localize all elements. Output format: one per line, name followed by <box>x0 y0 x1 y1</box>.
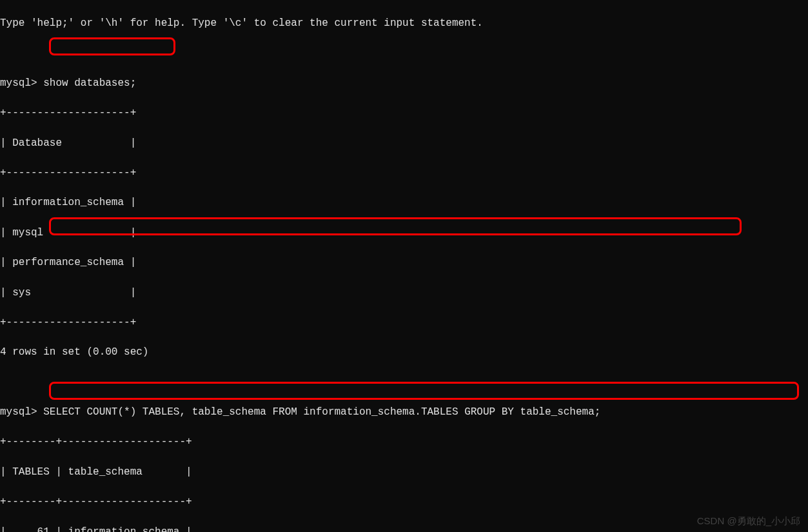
table-separator: +--------+--------------------+ <box>0 495 808 509</box>
table-row: | information_schema | <box>0 195 808 210</box>
command-1: show databases; <box>43 77 136 89</box>
table-separator: +--------------------+ <box>0 166 808 181</box>
table-row: | performance_schema | <box>0 255 808 270</box>
mysql-prompt: mysql> <box>0 77 37 89</box>
table-header: | Database | <box>0 136 808 151</box>
intro-text: Type 'help;' or '\h' for help. Type '\c'… <box>0 16 808 31</box>
mysql-prompt: mysql> <box>0 406 37 418</box>
result-footer: 4 rows in set (0.00 sec) <box>0 345 808 360</box>
prompt-line-2[interactable]: mysql> SELECT COUNT(*) TABLES, table_sch… <box>0 405 808 420</box>
table-separator: +--------+--------------------+ <box>0 435 808 449</box>
table-row: | 61 | information_schema | <box>0 525 808 532</box>
table-separator: +--------------------+ <box>0 315 808 330</box>
watermark-text: CSDN @勇敢的_小小邱 <box>697 514 800 528</box>
blank-line <box>0 46 808 61</box>
prompt-line-1[interactable]: mysql> show databases; <box>0 76 808 91</box>
table-row: | mysql | <box>0 226 808 241</box>
command-2: SELECT COUNT(*) TABLES, table_schema FRO… <box>43 406 600 418</box>
table-header: | TABLES | table_schema | <box>0 465 808 480</box>
terminal-output: Type 'help;' or '\h' for help. Type '\c'… <box>0 1 808 532</box>
table-row: | sys | <box>0 286 808 300</box>
blank-line <box>0 375 808 390</box>
table-separator: +--------------------+ <box>0 106 808 121</box>
